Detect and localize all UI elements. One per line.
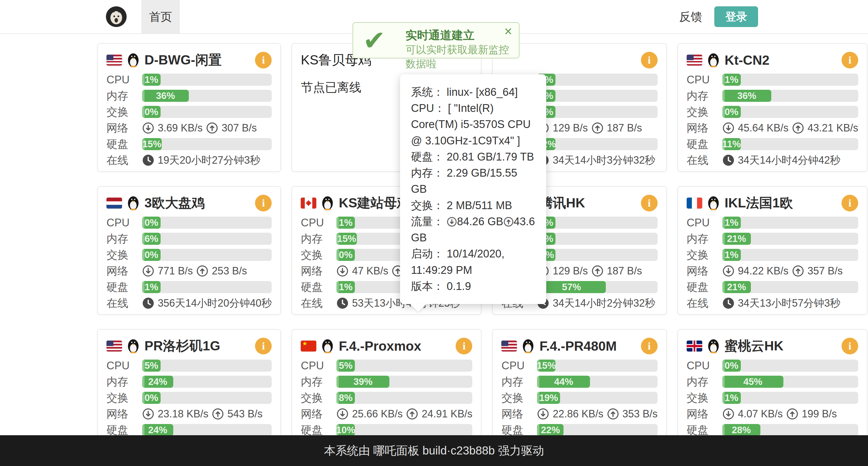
disk-progress-bar: 1%: [142, 281, 161, 293]
upload-arrow-icon: [792, 265, 804, 277]
country-flag-icon: [301, 198, 316, 208]
uptime-value: 34天14小时2分钟32秒: [553, 296, 655, 310]
disk-progress-bar: 28%: [722, 424, 761, 436]
disk-label: 硬盘: [687, 137, 722, 152]
metric-row: 内存36%: [687, 90, 858, 102]
info-icon[interactable]: i: [456, 338, 472, 355]
tooltip-line-label: 内存：: [411, 167, 444, 179]
linux-penguin-icon: [707, 337, 720, 354]
tooltip-line-value: 20.81 GB/1.79 TB: [447, 151, 534, 163]
server-name: 3欧大盘鸡: [145, 194, 250, 212]
memory-percent-value: 36%: [737, 90, 756, 101]
network-speeds: 4.07 KB/s199 B/s: [722, 408, 837, 420]
metric-row: 硬盘28%: [687, 424, 858, 436]
memory-progress-track: 6%: [142, 233, 272, 245]
tooltip-line-label: 交换：: [411, 199, 444, 211]
info-icon[interactable]: i: [841, 52, 858, 68]
uptime-value: 34天13小时57分钟3秒: [738, 296, 840, 310]
upload-arrow-icon: [591, 122, 603, 134]
info-icon[interactable]: i: [641, 338, 658, 355]
cpu-label: CPU: [301, 360, 336, 372]
cpu-progress-track: 0%: [537, 74, 657, 86]
download-arrow-icon: [336, 408, 348, 420]
server-card: D-BWG-闲置 i CPU1%内存36%交换0%网络3.69 KB/s307 …: [97, 43, 281, 172]
download-speed: 23.18 KB/s: [158, 408, 208, 420]
swap-progress-bar: 0%: [142, 249, 161, 261]
tooltip-line-value: 2 MB/511 MB: [447, 199, 512, 211]
linux-penguin-icon: [127, 52, 140, 68]
download-arrow-icon: [537, 408, 549, 420]
metric-row: 交换1%: [687, 392, 858, 404]
uptime-label: 在线: [106, 153, 142, 168]
feedback-link[interactable]: 反馈: [675, 0, 707, 33]
download-speed: 22.86 KB/s: [553, 408, 603, 420]
country-flag-icon: [687, 341, 702, 352]
download-speed: 94.22 KB/s: [738, 265, 788, 277]
network-label: 网络: [106, 121, 142, 135]
site-logo-avatar[interactable]: [106, 6, 127, 27]
info-icon[interactable]: i: [255, 52, 272, 68]
tooltip-line-label: CPU：: [411, 102, 445, 114]
disk-progress-bar: 1%: [336, 281, 355, 293]
metric-row: 网络4.07 KB/s199 B/s: [687, 408, 858, 420]
swap-progress-track: N%: [537, 249, 657, 261]
download-speed: 47 KB/s: [352, 265, 388, 277]
metric-row: 交换19%: [501, 392, 657, 404]
disk-percent-value: 28%: [732, 425, 751, 435]
cpu-percent-value: 1%: [725, 217, 739, 228]
info-icon[interactable]: i: [255, 195, 272, 211]
info-icon[interactable]: i: [841, 338, 858, 355]
info-icon[interactable]: i: [641, 52, 658, 68]
swap-progress-bar: 19%: [537, 392, 560, 404]
metric-row: 交换8%: [301, 392, 472, 404]
upload-arrow-icon: [591, 265, 603, 277]
info-icon[interactable]: i: [641, 195, 658, 211]
info-icon[interactable]: i: [841, 195, 858, 211]
uptime-label: 在线: [687, 296, 722, 311]
tooltip-line: 版本：0.1.9: [411, 278, 535, 294]
cpu-progress-bar: 5%: [142, 360, 161, 372]
info-icon[interactable]: i: [255, 338, 272, 355]
swap-progress-track: 0%: [142, 249, 272, 261]
memory-progress-bar: 45%: [722, 376, 784, 388]
upload-arrow-icon: [212, 408, 224, 420]
cpu-progress-bar: 5%: [336, 360, 355, 372]
memory-progress-track: 45%: [722, 376, 858, 388]
country-flag-icon: [106, 198, 122, 208]
close-icon[interactable]: ✕: [504, 26, 513, 38]
upload-arrow-icon: [607, 408, 619, 420]
tab-home[interactable]: 首页: [142, 0, 180, 33]
memory-label: 内存: [106, 232, 142, 246]
upload-speed: 253 B/s: [212, 265, 247, 277]
login-button[interactable]: 登录: [714, 6, 758, 27]
cpu-label: CPU: [106, 74, 142, 86]
metric-row: CPU1%: [687, 217, 858, 229]
tooltip-line-label: 版本：: [411, 280, 444, 292]
download-speed: 45.64 KB/s: [738, 122, 788, 134]
metric-row: CPU15%: [501, 360, 657, 372]
metric-row: 内存6%: [106, 233, 272, 245]
linux-penguin-icon: [127, 195, 140, 210]
network-label: 网络: [687, 264, 722, 278]
clock-icon: [722, 154, 735, 166]
memory-percent-value: 44%: [554, 376, 573, 387]
swap-percent-value: 0%: [145, 106, 158, 118]
download-speed: 25.66 KB/s: [352, 408, 403, 420]
network-speeds: 94.22 KB/s357 B/s: [722, 265, 843, 277]
disk-progress-track: 15%: [142, 138, 272, 150]
swap-progress-track: 1%: [722, 392, 858, 404]
metric-row: 内存21%: [687, 233, 858, 245]
cpu-percent-value: 0%: [145, 217, 158, 228]
disk-progress-track: 11%: [722, 138, 858, 150]
disk-progress-track: 1%: [142, 281, 272, 293]
tooltip-line: 内存：2.29 GB/15.55 GB: [411, 165, 535, 197]
memory-label: 内存: [687, 89, 722, 103]
download-arrow-icon: [336, 265, 348, 277]
server-name: F.4.-PR480M: [539, 338, 636, 354]
network-speeds: 45.64 KB/s43.21 KB/s: [722, 122, 858, 134]
footer: 本系统由 哪吒面板 build·c23b88b 强力驱动: [0, 435, 868, 466]
tooltip-line-label: 系统：: [411, 86, 444, 98]
memory-progress-track: 3%: [537, 233, 657, 245]
swap-label: 交换: [106, 391, 142, 405]
metric-row: 内存44%: [501, 376, 657, 388]
